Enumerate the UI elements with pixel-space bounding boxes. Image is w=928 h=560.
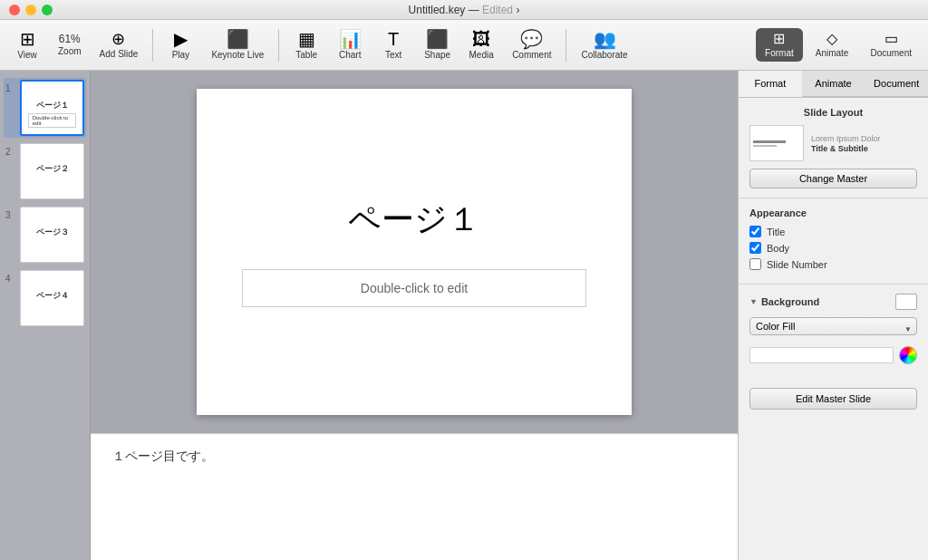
shape-icon: ⬛	[426, 30, 449, 48]
slide-subtitle[interactable]: Double-click to edit	[242, 269, 586, 307]
appearance-title: Appearance	[749, 208, 917, 218]
slide-canvas-wrapper: ページ１ Double-click to edit	[91, 71, 738, 433]
text-button[interactable]: T Text	[373, 26, 413, 63]
view-button[interactable]: ⊞ View	[7, 26, 47, 63]
master-thumbnail	[749, 125, 804, 161]
toolbar-separator-1	[152, 29, 153, 62]
table-icon: ▦	[298, 30, 315, 48]
chart-icon: 📊	[339, 30, 362, 48]
color-fill-dropdown-wrapper: Color Fill	[749, 317, 917, 341]
document-panel-button[interactable]: ▭ Document	[861, 28, 921, 62]
document-icon: ▭	[884, 32, 898, 46]
master-preview: Lorem Ipsum Dolor Title & Subtitle	[749, 125, 917, 161]
change-master-button[interactable]: Change Master	[749, 169, 917, 188]
slide-thumb-1: ページ１ Double-click to edit	[20, 80, 84, 136]
master-thumb-line1	[753, 140, 786, 143]
edit-master-slide-button[interactable]: Edit Master Slide	[749, 388, 917, 410]
tab-format[interactable]: Format	[739, 71, 802, 97]
format-panel-button[interactable]: ⊞ Format	[756, 28, 803, 62]
animate-icon: ◇	[826, 32, 837, 46]
notes-text: １ページ目です。	[112, 449, 214, 463]
right-panel: Format Animate Document Slide Layout Lor…	[738, 71, 928, 560]
slide-item-2[interactable]: 2 ページ２	[4, 141, 86, 201]
slide-number-label: Slide Number	[767, 259, 827, 270]
slide-number-3: 3	[5, 210, 16, 220]
appearance-section: Appearance Title Body Slide Number	[739, 198, 928, 284]
color-swatch-bar	[749, 347, 894, 363]
media-button[interactable]: 🖼 Media	[461, 26, 501, 63]
keynote-live-button[interactable]: ⬛ Keynote Live	[204, 26, 271, 63]
titlebar: Untitled.key — Edited ›	[0, 0, 928, 20]
notes-area[interactable]: １ページ目です。	[91, 433, 738, 560]
animate-panel-button[interactable]: ◇ Animate	[807, 28, 858, 62]
slide-layout-section: Slide Layout Lorem Ipsum Dolor Title & S…	[739, 98, 928, 198]
window-controls[interactable]	[9, 5, 53, 15]
master-thumb-line2	[753, 145, 777, 147]
toolbar-separator-3	[566, 29, 566, 62]
master-name: Lorem Ipsum Dolor Title & Subtitle	[811, 134, 881, 153]
background-title: Background	[761, 296, 819, 307]
play-button[interactable]: ▶ Play	[160, 26, 200, 63]
slide-thumb-3: ページ３	[20, 207, 84, 263]
background-header: ▼ Background	[749, 294, 917, 310]
body-checkbox-label: Body	[767, 243, 789, 254]
body-checkbox[interactable]	[749, 242, 761, 254]
text-icon: T	[388, 30, 399, 48]
tab-animate[interactable]: Animate	[802, 71, 865, 97]
slide-panel: 1 ページ１ Double-click to edit 2 ページ２ 3 ページ…	[0, 71, 91, 560]
toolbar-right: ⊞ Format ◇ Animate ▭ Document	[756, 28, 921, 62]
slide-number-2: 2	[5, 147, 16, 157]
view-icon: ⊞	[20, 30, 35, 48]
tab-document[interactable]: Document	[865, 71, 928, 97]
slide-title[interactable]: ページ１	[348, 198, 480, 242]
slide-canvas[interactable]: ページ１ Double-click to edit	[197, 89, 632, 415]
collaborate-icon: 👥	[594, 30, 616, 48]
title-checkbox[interactable]	[749, 226, 761, 237]
slide-thumb-4: ページ４	[20, 270, 84, 326]
slide-layout-title: Slide Layout	[749, 107, 917, 118]
add-slide-icon: ⊕	[111, 31, 125, 47]
canvas-area: ページ１ Double-click to edit １ページ目です。	[91, 71, 738, 560]
background-section: ▼ Background Color Fill	[739, 284, 928, 373]
slide-item-4[interactable]: 4 ページ４	[4, 268, 86, 328]
title-checkbox-label: Title	[767, 227, 785, 237]
zoom-control[interactable]: 61% Zoom	[51, 30, 89, 60]
window-title: Untitled.key — Edited ›	[409, 4, 520, 16]
chart-button[interactable]: 📊 Chart	[330, 26, 370, 63]
maximize-button[interactable]	[42, 5, 53, 15]
color-fill-dropdown[interactable]: Color Fill	[749, 317, 917, 335]
add-slide-button[interactable]: ⊕ Add Slide	[92, 27, 146, 63]
right-panel-tabs: Format Animate Document	[739, 71, 928, 98]
minimize-button[interactable]	[25, 5, 36, 15]
main-content: 1 ページ１ Double-click to edit 2 ページ２ 3 ページ…	[0, 71, 928, 560]
background-arrow: ▼	[749, 297, 758, 306]
slide-thumb-2: ページ２	[20, 143, 84, 199]
slide-item-1[interactable]: 1 ページ１ Double-click to edit	[4, 78, 86, 138]
toolbar: ⊞ View 61% Zoom ⊕ Add Slide ▶ Play ⬛ Key…	[0, 20, 928, 71]
play-icon: ▶	[174, 30, 188, 48]
collaborate-button[interactable]: 👥 Collaborate	[574, 26, 634, 63]
master-name-label: Title & Subtitle	[811, 144, 881, 153]
slide-item-3[interactable]: 3 ページ３	[4, 205, 86, 265]
toolbar-separator-2	[278, 29, 279, 62]
slide-number-checkbox-row: Slide Number	[749, 258, 917, 270]
color-picker-row	[749, 346, 917, 364]
format-icon: ⊞	[773, 32, 785, 46]
color-picker-circle[interactable]	[899, 346, 917, 364]
table-button[interactable]: ▦ Table	[286, 26, 326, 63]
slide-number-checkbox[interactable]	[749, 258, 761, 270]
close-button[interactable]	[9, 5, 20, 15]
background-color-well[interactable]	[895, 294, 917, 310]
keynote-live-icon: ⬛	[227, 30, 249, 48]
body-checkbox-row: Body	[749, 242, 917, 254]
shape-button[interactable]: ⬛ Shape	[417, 26, 458, 63]
slide-number-4: 4	[5, 274, 16, 284]
media-icon: 🖼	[472, 30, 490, 48]
slide-number-1: 1	[5, 83, 16, 93]
comment-button[interactable]: 💬 Comment	[505, 26, 558, 63]
zoom-value: 61%	[59, 34, 81, 44]
comment-icon: 💬	[520, 30, 543, 48]
title-checkbox-row: Title	[749, 226, 917, 237]
